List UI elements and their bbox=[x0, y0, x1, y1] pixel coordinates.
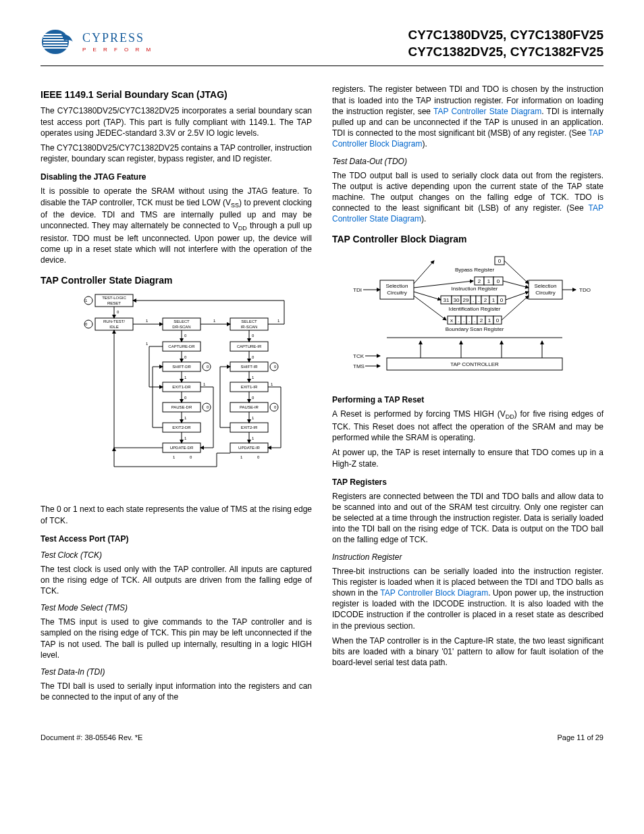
svg-line-154 bbox=[504, 261, 529, 284]
svg-text:0: 0 bbox=[184, 396, 187, 400]
heading-tdo: Test Data-Out (TDO) bbox=[332, 157, 603, 166]
svg-text:0: 0 bbox=[184, 355, 187, 359]
svg-text:.: . bbox=[458, 317, 459, 323]
part-numbers: CY7C1380DV25, CY7C1380FV25 CY7C1382DV25,… bbox=[408, 27, 603, 60]
svg-text:.: . bbox=[463, 317, 464, 323]
heading-block-diagram: TAP Controller Block Diagram bbox=[332, 234, 603, 244]
svg-text:.: . bbox=[478, 297, 479, 303]
svg-text:RUN-TEST/: RUN-TEST/ bbox=[103, 319, 125, 323]
heading-tap-reset: Performing a TAP Reset bbox=[332, 395, 603, 405]
svg-text:Circuitry: Circuitry bbox=[535, 290, 555, 296]
heading-disable-jtag: Disabling the JTAG Feature bbox=[41, 172, 312, 182]
page-footer: Document #: 38-05546 Rev. *E Page 11 of … bbox=[41, 733, 603, 741]
svg-text:1: 1 bbox=[184, 416, 187, 420]
svg-text:.: . bbox=[468, 317, 470, 323]
svg-text:RESET: RESET bbox=[107, 301, 121, 305]
svg-text:1: 1 bbox=[252, 416, 254, 420]
svg-text:0: 0 bbox=[498, 258, 502, 264]
parts-line-2: CY7C1382DV25, CY7C1382FV25 bbox=[408, 44, 603, 61]
svg-text:1: 1 bbox=[146, 319, 149, 323]
parts-line-1: CY7C1380DV25, CY7C1380FV25 bbox=[408, 27, 603, 44]
svg-text:DR-SCAN: DR-SCAN bbox=[172, 325, 190, 329]
svg-text:TMS: TMS bbox=[353, 363, 365, 369]
svg-text:0: 0 bbox=[184, 334, 187, 338]
svg-text:1: 1 bbox=[271, 382, 273, 386]
right-column: registers. The register between TDI and … bbox=[332, 80, 603, 706]
svg-text:EXIT1-DR: EXIT1-DR bbox=[172, 385, 191, 389]
svg-text:TAP CONTROLLER: TAP CONTROLLER bbox=[450, 361, 499, 367]
state-diagram: TEST-LOGICRESET RUN-TEST/IDLE SELECTDR-S… bbox=[41, 291, 312, 496]
svg-text:.: . bbox=[474, 317, 475, 323]
svg-text:0: 0 bbox=[252, 334, 254, 338]
jtag-p1: The CY7C1380DV25/CY7C1382DV25 incorporat… bbox=[41, 105, 312, 138]
svg-line-156 bbox=[503, 281, 529, 288]
svg-text:0: 0 bbox=[252, 396, 254, 400]
heading-tap: Test Access Port (TAP) bbox=[41, 534, 312, 544]
regs-p: Registers are connected between the TDI … bbox=[332, 491, 603, 546]
tdi-p: The TDI ball is used to serially input i… bbox=[41, 681, 312, 702]
svg-text:31: 31 bbox=[444, 297, 450, 303]
doc-number: Document #: 38-05546 Rev. *E bbox=[41, 733, 142, 741]
svg-text:Boundary Scan Register: Boundary Scan Register bbox=[446, 326, 504, 332]
svg-text:TDI: TDI bbox=[353, 287, 362, 293]
svg-text:Circuitry: Circuitry bbox=[387, 290, 406, 296]
svg-text:SELECT: SELECT bbox=[173, 319, 190, 323]
svg-text:0: 0 bbox=[257, 455, 260, 459]
svg-text:TCK: TCK bbox=[353, 353, 365, 359]
svg-text:SHIFT-IR: SHIFT-IR bbox=[241, 365, 259, 369]
svg-text:TDO: TDO bbox=[579, 287, 591, 293]
svg-text:2: 2 bbox=[480, 317, 483, 323]
cont-p1: registers. The register between TDI and … bbox=[332, 84, 603, 149]
tms-p: The TMS input is used to give commands t… bbox=[41, 617, 312, 660]
logo: CYPRESS P E R F O R M bbox=[41, 27, 153, 57]
svg-text:IR-SCAN: IR-SCAN bbox=[241, 325, 258, 329]
svg-text:EXIT2-DR: EXIT2-DR bbox=[172, 425, 191, 429]
svg-text:1: 1 bbox=[85, 298, 88, 303]
svg-text:Instruction Register: Instruction Register bbox=[452, 286, 498, 292]
svg-text:1: 1 bbox=[184, 436, 187, 440]
svg-text:29: 29 bbox=[463, 297, 469, 303]
svg-text:Bypass Register: Bypass Register bbox=[455, 267, 495, 273]
svg-text:0: 0 bbox=[500, 297, 504, 303]
reset-p2: At power up, the TAP is reset internally… bbox=[332, 447, 603, 469]
svg-text:1: 1 bbox=[277, 319, 280, 323]
svg-text:1: 1 bbox=[184, 375, 187, 380]
left-column: IEEE 1149.1 Serial Boundary Scan (JTAG) … bbox=[41, 80, 312, 706]
svg-text:UPDATE-DR: UPDATE-DR bbox=[170, 446, 194, 450]
svg-text:EXIT2-IR: EXIT2-IR bbox=[241, 425, 258, 429]
svg-text:Selection: Selection bbox=[386, 283, 408, 289]
svg-text:0: 0 bbox=[252, 355, 254, 359]
svg-text:1: 1 bbox=[252, 375, 254, 380]
svg-rect-5 bbox=[43, 45, 68, 46]
svg-text:2: 2 bbox=[484, 297, 487, 303]
svg-text:IDLE: IDLE bbox=[109, 325, 118, 329]
heading-state-diagram: TAP Controller State Diagram bbox=[41, 275, 312, 286]
page-header: CYPRESS P E R F O R M CY7C1380DV25, CY7C… bbox=[41, 27, 603, 66]
heading-jtag: IEEE 1149.1 Serial Boundary Scan (JTAG) bbox=[41, 89, 312, 100]
svg-text:0: 0 bbox=[207, 405, 209, 409]
svg-text:CAPTURE-DR: CAPTURE-DR bbox=[168, 344, 195, 348]
tdo-p: The TDO output ball is used to serially … bbox=[332, 170, 603, 225]
link-state-diagram[interactable]: TAP Controller State Diagram bbox=[433, 107, 541, 116]
tck-p: The test clock is used only with the TAP… bbox=[41, 564, 312, 597]
svg-text:EXIT1-IR: EXIT1-IR bbox=[241, 385, 258, 389]
svg-text:0: 0 bbox=[497, 278, 500, 284]
svg-text:1: 1 bbox=[487, 278, 491, 284]
jtag-p2: The CY7C1380DV25/CY7C1382DV25 contains a… bbox=[41, 142, 312, 164]
svg-text:UPDATE-IR: UPDATE-IR bbox=[238, 446, 261, 450]
svg-text:SHIFT-DR: SHIFT-DR bbox=[172, 365, 191, 369]
state-note: The 0 or 1 next to each state represents… bbox=[41, 504, 312, 525]
svg-text:1: 1 bbox=[213, 319, 216, 323]
link-block-diagram-2[interactable]: TAP Controller Block Diagram bbox=[380, 588, 488, 598]
svg-text:PAUSE-DR: PAUSE-DR bbox=[171, 405, 192, 409]
svg-text:2: 2 bbox=[478, 278, 481, 284]
reset-p1: A Reset is performed by forcing TMS HIGH… bbox=[332, 409, 603, 443]
content-columns: IEEE 1149.1 Serial Boundary Scan (JTAG) … bbox=[41, 80, 603, 706]
svg-text:0: 0 bbox=[274, 365, 277, 369]
svg-text:CAPTURE-IR: CAPTURE-IR bbox=[237, 344, 262, 348]
svg-text:1: 1 bbox=[252, 436, 254, 440]
heading-tap-registers: TAP Registers bbox=[332, 477, 603, 487]
svg-text:0: 0 bbox=[117, 310, 119, 314]
ir-p1: Three-bit instructions can be serially l… bbox=[332, 566, 603, 631]
logo-tagline: P E R F O R M bbox=[82, 47, 153, 53]
